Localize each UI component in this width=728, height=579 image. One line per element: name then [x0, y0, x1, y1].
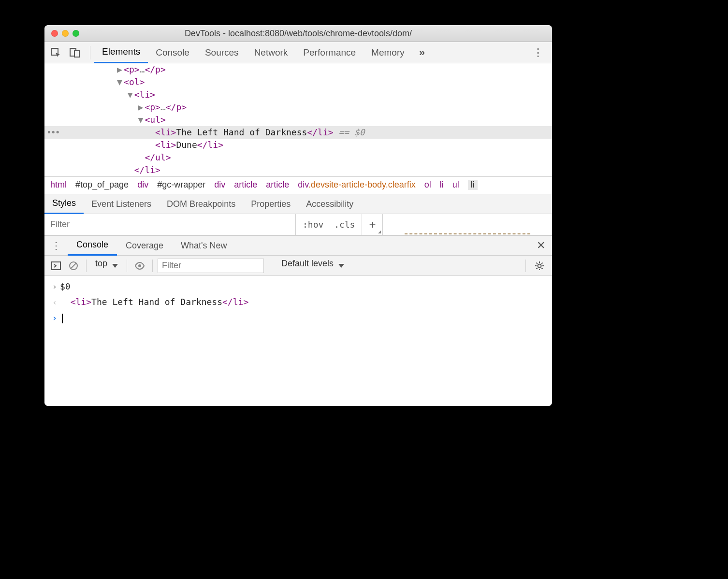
- titlebar: DevTools - localhost:8080/web/tools/chro…: [44, 25, 552, 42]
- console-filter-input[interactable]: [158, 259, 264, 273]
- breadcrumb-item[interactable]: #top_of_page: [75, 180, 129, 190]
- separator: [90, 46, 90, 59]
- drawer-tab-what-s-new[interactable]: What's New: [172, 235, 235, 256]
- svg-point-7: [538, 264, 541, 267]
- styles-filter-input[interactable]: [44, 214, 296, 235]
- svg-line-13: [541, 268, 542, 269]
- console-output: <li>The Left Hand of Darkness</li>: [44, 294, 552, 310]
- device-toggle-icon[interactable]: [67, 44, 83, 61]
- breadcrumb-item[interactable]: ul: [452, 180, 459, 190]
- box-model-preview: [383, 214, 552, 235]
- more-tabs-icon[interactable]: »: [412, 46, 432, 59]
- console-body[interactable]: $0 <li>The Left Hand of Darkness</li>: [44, 276, 552, 406]
- drawer-tabbar: ⋮ ConsoleCoverageWhat's New ✕: [44, 235, 552, 256]
- breadcrumb-item[interactable]: div: [214, 180, 225, 190]
- inspect-element-icon[interactable]: [47, 44, 64, 61]
- breadcrumb-item[interactable]: div.devsite-article-body.clearfix: [298, 180, 415, 190]
- styles-tab-dom-breakpoints[interactable]: DOM Breakpoints: [159, 194, 243, 214]
- styles-tab-event-listeners[interactable]: Event Listeners: [84, 194, 159, 214]
- styles-tab-properties[interactable]: Properties: [243, 194, 298, 214]
- styles-tab-accessibility[interactable]: Accessibility: [298, 194, 361, 214]
- tab-network[interactable]: Network: [247, 42, 296, 63]
- dom-row[interactable]: ▼<li>: [44, 88, 552, 101]
- window-title: DevTools - localhost:8080/web/tools/chro…: [44, 29, 552, 39]
- styles-tabbar: StylesEvent ListenersDOM BreakpointsProp…: [44, 194, 552, 214]
- tab-performance[interactable]: Performance: [295, 42, 364, 63]
- console-toolbar: top Default levels: [44, 256, 552, 276]
- breadcrumb-item[interactable]: div: [137, 180, 148, 190]
- breadcrumb-item[interactable]: #gc-wrapper: [157, 180, 205, 190]
- tab-sources[interactable]: Sources: [197, 42, 247, 63]
- console-prompt[interactable]: [44, 310, 552, 326]
- svg-line-15: [537, 268, 538, 269]
- svg-point-6: [138, 264, 141, 267]
- breadcrumb-item[interactable]: li: [440, 180, 444, 190]
- dom-row-selected[interactable]: ••• <li>The Left Hand of Darkness</li> =…: [44, 126, 552, 139]
- devtools-window: DevTools - localhost:8080/web/tools/chro…: [44, 25, 552, 406]
- dom-row[interactable]: ▶<p>…</p>: [44, 101, 552, 114]
- dom-tree[interactable]: ▶<p>…</p> ▼<ol> ▼<li> ▶<p>…</p> ▼<ul>•••…: [44, 63, 552, 176]
- minimize-icon[interactable]: [62, 30, 69, 37]
- tab-console[interactable]: Console: [148, 42, 197, 63]
- kebab-menu-icon[interactable]: ⋮: [527, 46, 549, 59]
- live-expression-icon[interactable]: [132, 258, 147, 274]
- console-settings-icon[interactable]: [531, 261, 548, 271]
- console-sidebar-toggle-icon[interactable]: [48, 258, 64, 274]
- breadcrumb-item[interactable]: article: [266, 180, 289, 190]
- dom-row[interactable]: </ul>: [44, 151, 552, 164]
- console-input-echo: $0: [44, 279, 552, 294]
- drawer-menu-icon[interactable]: ⋮: [44, 240, 68, 251]
- traffic-lights: [44, 30, 79, 37]
- dom-row[interactable]: ▼<ul>: [44, 114, 552, 126]
- execution-context-select[interactable]: top: [91, 259, 122, 273]
- new-style-rule-button[interactable]: +: [362, 214, 383, 235]
- dom-row[interactable]: ▶<p>…</p>: [44, 63, 552, 76]
- breadcrumb: html#top_of_pagediv#gc-wrapperdivarticle…: [44, 176, 552, 194]
- dom-row[interactable]: </li>: [44, 164, 552, 176]
- close-icon[interactable]: [51, 30, 58, 37]
- tab-elements[interactable]: Elements: [94, 42, 148, 63]
- dom-row[interactable]: <li>Dune</li>: [44, 139, 552, 151]
- styles-tab-styles[interactable]: Styles: [44, 194, 84, 214]
- hov-toggle[interactable]: :hov .cls: [296, 214, 362, 235]
- clear-console-icon[interactable]: [66, 258, 81, 274]
- breadcrumb-item[interactable]: ol: [424, 180, 431, 190]
- close-drawer-icon[interactable]: ✕: [530, 239, 552, 252]
- breadcrumb-item[interactable]: html: [50, 180, 67, 190]
- svg-rect-2: [74, 51, 79, 57]
- maximize-icon[interactable]: [73, 30, 79, 37]
- breadcrumb-item[interactable]: li: [468, 180, 478, 190]
- main-tabbar: ElementsConsoleSourcesNetworkPerformance…: [44, 42, 552, 63]
- tab-memory[interactable]: Memory: [364, 42, 412, 63]
- svg-line-5: [71, 263, 76, 269]
- dom-row[interactable]: ▼<ol>: [44, 76, 552, 88]
- drawer-tab-console[interactable]: Console: [68, 235, 117, 256]
- drawer-tab-coverage[interactable]: Coverage: [117, 235, 172, 256]
- svg-line-12: [537, 262, 538, 263]
- log-levels-select[interactable]: Default levels: [277, 259, 348, 273]
- styles-filter-row: :hov .cls +: [44, 214, 552, 235]
- svg-line-14: [541, 262, 542, 263]
- breadcrumb-item[interactable]: article: [234, 180, 257, 190]
